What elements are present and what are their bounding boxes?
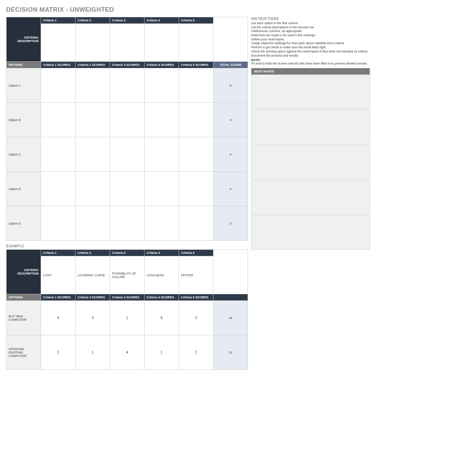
criteria-description-label: CRITERIA DESCRIPTION bbox=[7, 17, 41, 62]
instruction-line: Define your must-haves. bbox=[251, 38, 370, 42]
total-cell: 0 bbox=[213, 206, 248, 241]
criteria-description-label: CRITERIA DESCRIPTION bbox=[7, 250, 41, 294]
instructions-title: INSTRUCTIONS bbox=[251, 17, 370, 21]
instruction-line: Add/remove columns, as appropriate. bbox=[251, 29, 370, 33]
criteria-header: Criteria 4 bbox=[144, 17, 179, 24]
score-header: Criteria 2 SCORES bbox=[76, 294, 110, 301]
example-matrix-table: CRITERIA DESCRIPTION Criteria 1 Criteria… bbox=[6, 249, 248, 370]
criteria-header: Criteria 1 bbox=[41, 17, 76, 24]
score-cell[interactable] bbox=[144, 172, 179, 206]
score-cell: 1 bbox=[76, 335, 110, 370]
criteria-header: Criteria 5 bbox=[179, 250, 213, 256]
score-cell[interactable] bbox=[41, 206, 76, 241]
table-row: Option E 0 bbox=[7, 206, 248, 241]
blank-cell bbox=[213, 17, 248, 62]
score-cell: 4 bbox=[110, 335, 144, 370]
option-name-cell: UPGRADE EXISTING COMPUTER bbox=[7, 335, 41, 370]
score-cell[interactable] bbox=[179, 68, 213, 103]
score-cell[interactable] bbox=[41, 137, 76, 172]
total-cell: 0 bbox=[213, 137, 248, 172]
must-have-cell[interactable] bbox=[251, 110, 370, 144]
score-cell[interactable] bbox=[144, 206, 179, 241]
score-cell[interactable] bbox=[41, 172, 76, 206]
blank-header bbox=[213, 294, 248, 301]
score-cell[interactable] bbox=[41, 68, 76, 103]
criteria-header: Criteria 5 bbox=[179, 17, 213, 24]
score-cell[interactable] bbox=[110, 137, 144, 172]
criteria-desc-cell: LEARNING CURVE bbox=[76, 256, 110, 294]
total-cell: 16 bbox=[213, 301, 248, 335]
instruction-line: Document the process and results. bbox=[251, 54, 370, 58]
score-cell[interactable] bbox=[110, 68, 144, 103]
option-name-cell[interactable]: Option B bbox=[7, 103, 41, 137]
option-name-cell: BUY NEW COMPUTER bbox=[7, 301, 41, 335]
instruction-line: List each option in the first column. bbox=[251, 21, 370, 26]
score-cell[interactable] bbox=[41, 103, 76, 137]
score-cell[interactable] bbox=[76, 103, 110, 137]
criteria-desc-cell[interactable] bbox=[76, 24, 110, 62]
criteria-desc-cell: COST bbox=[41, 256, 76, 294]
example-label: EXAMPLE bbox=[6, 244, 248, 248]
score-header: Criteria 3 SCORES bbox=[110, 62, 144, 68]
score-cell[interactable] bbox=[179, 137, 213, 172]
instructions-note-text: It's best to hide the scores until all c… bbox=[251, 62, 370, 66]
score-cell[interactable] bbox=[76, 206, 110, 241]
score-cell: 3 bbox=[76, 301, 110, 335]
score-cell[interactable] bbox=[144, 137, 179, 172]
option-name-cell[interactable]: Option A bbox=[7, 68, 41, 103]
score-header: Criteria 1 SCORES bbox=[41, 294, 76, 301]
blank-cell bbox=[213, 250, 248, 294]
score-cell[interactable] bbox=[179, 103, 213, 137]
decision-matrix-table: CRITERIA DESCRIPTION Criteria 1 Criteria… bbox=[6, 17, 248, 241]
instructions-note-label: NOTE: bbox=[251, 58, 370, 62]
instruction-line: Check the winning option against the mus… bbox=[251, 50, 370, 54]
criteria-desc-cell[interactable] bbox=[41, 24, 76, 62]
score-cell[interactable] bbox=[179, 172, 213, 206]
options-header: OPTIONS bbox=[7, 62, 41, 68]
criteria-desc-cell[interactable] bbox=[144, 24, 179, 62]
must-haves-header: MUST-HAVES bbox=[251, 68, 370, 75]
score-cell[interactable] bbox=[76, 137, 110, 172]
option-name-cell[interactable]: Option E bbox=[7, 206, 41, 241]
table-row: BUY NEW COMPUTER 4 3 1 5 3 16 bbox=[7, 301, 248, 335]
score-header: Criteria 2 SCORES bbox=[76, 62, 110, 68]
score-cell[interactable] bbox=[76, 172, 110, 206]
score-cell[interactable] bbox=[76, 68, 110, 103]
criteria-header: Criteria 4 bbox=[144, 250, 179, 256]
instruction-line: Determine the scale to be used in the ra… bbox=[251, 33, 370, 38]
option-name-cell[interactable]: Option D bbox=[7, 172, 41, 206]
must-have-cell[interactable] bbox=[251, 215, 370, 250]
criteria-desc-cell[interactable] bbox=[179, 24, 213, 62]
table-row: Option A 0 bbox=[7, 68, 248, 103]
instruction-line: Assign objective rankings for how each o… bbox=[251, 41, 370, 46]
score-cell: 1 bbox=[110, 301, 144, 335]
criteria-desc-cell: EFFORT bbox=[179, 256, 213, 294]
total-cell: 10 bbox=[213, 335, 248, 370]
table-row: Option D 0 bbox=[7, 172, 248, 206]
must-have-cell[interactable] bbox=[251, 180, 370, 215]
total-cell: 0 bbox=[213, 172, 248, 206]
score-cell[interactable] bbox=[179, 206, 213, 241]
score-cell: 5 bbox=[144, 301, 179, 335]
must-have-cell[interactable] bbox=[251, 145, 370, 179]
score-cell[interactable] bbox=[144, 68, 179, 103]
score-header: Criteria 4 SCORES bbox=[144, 62, 179, 68]
score-cell: 2 bbox=[41, 335, 76, 370]
criteria-desc-cell[interactable] bbox=[110, 24, 144, 62]
score-cell[interactable] bbox=[110, 172, 144, 206]
table-row: Option C 0 bbox=[7, 137, 248, 172]
criteria-header: Criteria 1 bbox=[41, 250, 76, 256]
score-header: Criteria 5 SCORES bbox=[179, 62, 213, 68]
score-cell[interactable] bbox=[110, 103, 144, 137]
options-header: OPTIONS bbox=[7, 294, 41, 301]
option-name-cell[interactable]: Option C bbox=[7, 137, 41, 172]
score-header: Criteria 4 SCORES bbox=[144, 294, 179, 301]
score-header: Criteria 3 SCORES bbox=[110, 294, 144, 301]
score-cell[interactable] bbox=[110, 206, 144, 241]
criteria-desc-cell: POSSIBILITY OF FAILURE bbox=[110, 256, 144, 294]
score-cell[interactable] bbox=[144, 103, 179, 137]
instruction-line: List the criteria descriptions in the se… bbox=[251, 26, 370, 30]
table-row: UPGRADE EXISTING COMPUTER 2 1 4 1 2 10 bbox=[7, 335, 248, 370]
total-cell: 0 bbox=[213, 103, 248, 137]
must-have-cell[interactable] bbox=[251, 75, 370, 109]
